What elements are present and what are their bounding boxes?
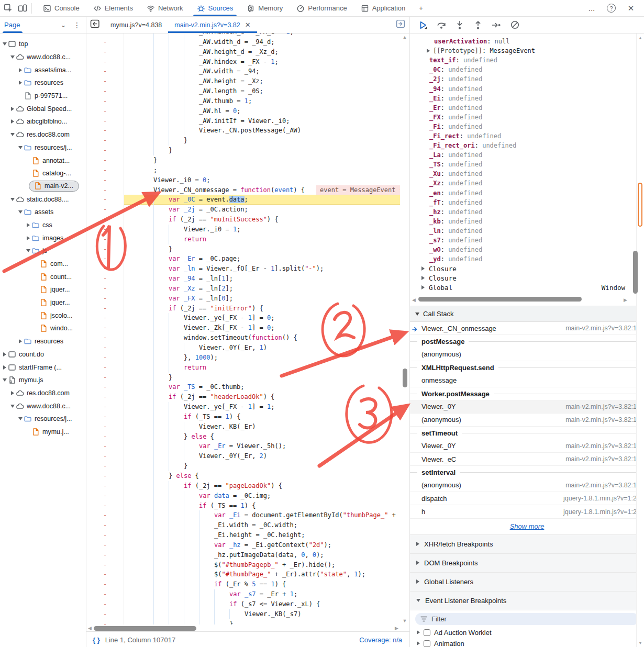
tree-item[interactable]: count... xyxy=(0,270,86,283)
tree-item[interactable]: assets xyxy=(0,206,86,219)
scope-variable[interactable]: _La: undefined xyxy=(410,150,644,160)
tree-item[interactable]: startIFrame (... xyxy=(0,361,86,374)
tab-network[interactable]: Network xyxy=(140,0,190,16)
gutter-dash[interactable]: - xyxy=(86,412,124,422)
gutter-dash[interactable]: - xyxy=(86,96,124,106)
scope-variable[interactable]: _Xu: undefined xyxy=(410,169,644,179)
code-line[interactable]: -Viewer._CN_onmessage = function(event) … xyxy=(86,185,400,195)
tree-item[interactable]: catalog-... xyxy=(0,167,86,180)
device-toolbar-icon[interactable] xyxy=(18,4,27,13)
scope-variable[interactable]: _en: undefined xyxy=(410,188,644,198)
code-line[interactable]: -} xyxy=(86,619,400,624)
code-line[interactable]: -var _Er = _0C.page; xyxy=(86,254,400,264)
gutter-dash[interactable]: - xyxy=(86,392,124,402)
gutter-dash[interactable]: - xyxy=(86,422,124,432)
gutter-dash[interactable]: - xyxy=(86,510,124,520)
scope-variable[interactable]: _Fi: undefined xyxy=(410,122,644,131)
tree-item[interactable]: assets/ima... xyxy=(0,63,86,76)
code-line[interactable]: -_hz.putImageData(data, 0, 0); xyxy=(86,550,400,560)
gutter-dash[interactable]: - xyxy=(86,353,124,363)
tree-item[interactable]: count.do xyxy=(0,348,86,361)
code-line[interactable]: -_Ei.height = _0C.height; xyxy=(86,530,400,540)
tab-application[interactable]: Application xyxy=(354,0,413,16)
gutter-dash[interactable]: - xyxy=(86,284,124,294)
code-line[interactable]: -return xyxy=(86,235,400,244)
call-stack-frame[interactable]: Viewer._0Ymain-v2.min.js?v=3.82:1 xyxy=(410,440,644,453)
gutter-dash[interactable]: - xyxy=(86,254,124,264)
section-xhr-fetch-breakpoints[interactable]: XHR/fetch Breakpoints xyxy=(410,535,644,554)
tree-item[interactable]: res.doc88.com xyxy=(0,128,86,141)
gutter-dash[interactable]: - xyxy=(86,57,124,67)
tab-[interactable]: + xyxy=(412,0,430,16)
scope-section[interactable]: Closure xyxy=(410,264,644,273)
tree-item[interactable]: css xyxy=(0,219,86,232)
code-line[interactable]: -Viewer._0Y(_Er, 1) xyxy=(86,343,400,353)
gutter-dash[interactable]: - xyxy=(86,441,124,451)
close-tab-icon[interactable]: ✕ xyxy=(245,21,251,29)
tree-item[interactable]: jquer... xyxy=(0,296,86,309)
gutter-dash[interactable]: - xyxy=(86,264,124,274)
code-line[interactable]: -var _ln = Viewer._fO[_Er - 1].split("-"… xyxy=(86,264,400,274)
gutter-dash[interactable]: - xyxy=(86,155,124,165)
scope-section[interactable]: Closure xyxy=(410,273,644,283)
gutter-dash[interactable]: - xyxy=(86,343,124,353)
code-line[interactable]: -}, 1000); xyxy=(86,353,400,363)
code-line[interactable]: -} xyxy=(86,146,400,155)
gutter-dash[interactable]: - xyxy=(86,244,124,254)
code-line[interactable]: -_AW.width = _94; xyxy=(86,66,400,76)
scope-variable[interactable]: [[Prototype]]: MessageEvent xyxy=(410,46,644,55)
scope-section[interactable]: GlobalWindow xyxy=(410,283,644,292)
tab-elements[interactable]: Elements xyxy=(86,0,140,16)
code-line[interactable]: -Viewer._i0 = 1; xyxy=(86,225,400,235)
code-line[interactable]: -_AW.hl = 0; xyxy=(86,106,400,116)
tab-sources[interactable]: Sources xyxy=(190,0,240,16)
scroll-up-icon[interactable]: ▲ xyxy=(637,36,644,40)
tree-item[interactable]: aibcglbfblno... xyxy=(0,115,86,128)
code-line[interactable]: -Viewer._0Y(_Er, 2) xyxy=(86,451,400,461)
code-line[interactable]: -$("#thumbPage_" + _Er).attr("state", 1)… xyxy=(86,570,400,579)
scope-variable[interactable]: _FX: undefined xyxy=(410,113,644,122)
gutter-dash[interactable]: - xyxy=(86,550,124,560)
gutter-dash[interactable]: - xyxy=(86,432,124,442)
call-stack-frame[interactable]: (anonymous) xyxy=(410,348,644,361)
file-tab[interactable]: main-v2.min.js?v=3.82✕ xyxy=(168,17,257,33)
scope-vscroll-thumb[interactable] xyxy=(633,251,638,294)
code-line[interactable]: -} xyxy=(86,155,400,165)
gutter-dash[interactable]: - xyxy=(86,560,124,570)
pretty-print-icon[interactable]: { } xyxy=(93,636,100,644)
gutter-dash[interactable]: - xyxy=(86,530,124,540)
gutter-dash[interactable]: - xyxy=(86,304,124,314)
tree-item[interactable]: resources xyxy=(0,76,86,90)
code-line[interactable]: -if (_Er % 5 == 1) { xyxy=(86,579,400,589)
code-line[interactable]: -_AW.initIf = Viewer._i0; xyxy=(86,116,400,126)
gutter-dash[interactable]: - xyxy=(86,589,124,599)
gutter-dash[interactable]: - xyxy=(86,146,124,155)
open-file-panel-icon[interactable] xyxy=(396,19,405,30)
code-line[interactable]: -; xyxy=(86,165,400,175)
paused-execution-line[interactable]: -var _0C = event.data; xyxy=(86,195,400,205)
gutter-dash[interactable]: - xyxy=(86,619,124,624)
code-line[interactable]: -} xyxy=(86,373,400,383)
code-area[interactable]: -_AW.hindex_d = _FX_d - 1;-_AW.width_d =… xyxy=(86,34,400,624)
gutter-dash[interactable]: - xyxy=(86,323,124,333)
tree-item[interactable]: Global Speed... xyxy=(0,102,86,115)
code-line[interactable]: -} else { xyxy=(86,471,400,481)
code-line[interactable]: -Viewer._CN.postMessage(_AW) xyxy=(86,126,400,136)
tree-item[interactable]: com... xyxy=(0,258,86,271)
code-line[interactable]: -var _s7 = _Er + 1; xyxy=(86,589,400,599)
gutter-dash[interactable]: - xyxy=(86,402,124,412)
editor-hscroll-thumb[interactable] xyxy=(94,626,196,631)
tree-item[interactable]: js xyxy=(0,244,86,258)
scope-variable[interactable]: _Ei: undefined xyxy=(410,94,644,103)
section-dom-breakpoints[interactable]: DOM Breakpoints xyxy=(410,554,644,573)
scroll-down-icon[interactable]: ▼ xyxy=(400,618,409,623)
triangle-right-icon[interactable] xyxy=(421,266,428,271)
triangle-right-icon[interactable] xyxy=(427,49,433,53)
triangle-right-icon[interactable] xyxy=(417,630,420,634)
scope-variable[interactable]: _ln: undefined xyxy=(410,226,644,236)
gutter-dash[interactable]: - xyxy=(86,461,124,471)
gutter-dash[interactable]: - xyxy=(86,47,124,57)
help-icon[interactable]: ? xyxy=(607,4,616,13)
tree-item[interactable]: windo... xyxy=(0,322,86,335)
tree-item[interactable]: www.doc88.c... xyxy=(0,399,86,412)
